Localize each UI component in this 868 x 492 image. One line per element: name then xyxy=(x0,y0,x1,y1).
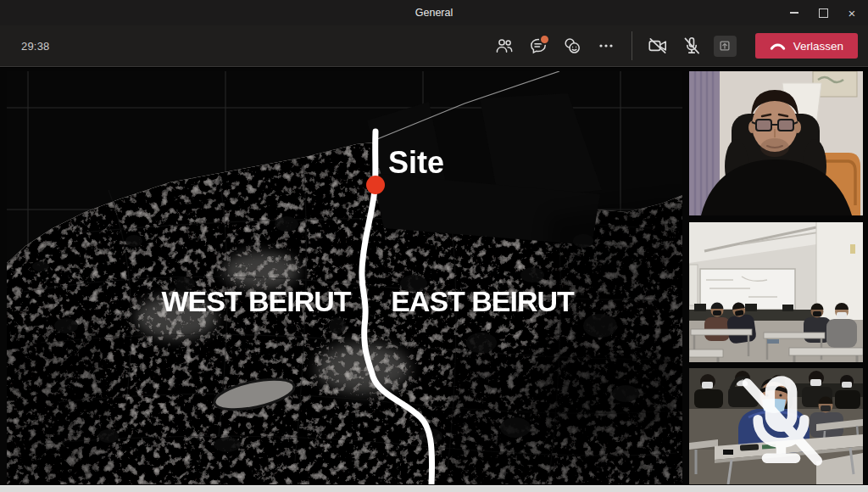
share-screen-icon xyxy=(717,38,732,53)
bottom-edge-strip xyxy=(0,485,868,492)
chat-unread-badge xyxy=(539,34,550,45)
more-options-button[interactable] xyxy=(589,29,623,63)
site-label: Site xyxy=(388,145,444,180)
toolbar-divider xyxy=(632,31,632,60)
camera-off-icon xyxy=(647,35,669,57)
speaker-video-scene xyxy=(689,71,863,215)
camera-toggle-button[interactable] xyxy=(641,29,675,63)
window-title: General xyxy=(415,7,453,19)
west-beirut-label: WEST BEIRUT xyxy=(161,285,351,317)
share-screen-button[interactable] xyxy=(714,36,737,57)
reactions-button[interactable] xyxy=(555,29,589,63)
maximize-icon xyxy=(819,8,828,18)
mic-off-icon xyxy=(681,35,703,57)
close-icon: × xyxy=(849,7,856,20)
toolbar-actions: Verlassen xyxy=(487,29,858,63)
participants-button[interactable] xyxy=(487,29,521,63)
meeting-timer: 29:38 xyxy=(21,40,50,53)
maximize-button[interactable] xyxy=(809,0,837,25)
window-titlebar: General × xyxy=(0,0,868,25)
chat-button[interactable] xyxy=(521,29,555,63)
mic-toggle-button[interactable] xyxy=(675,29,709,63)
meeting-toolbar: 29:38 xyxy=(0,25,868,67)
site-marker-dot xyxy=(366,176,385,194)
classroom-wide-video-tile[interactable] xyxy=(689,222,863,362)
leave-meeting-label: Verlassen xyxy=(793,40,843,53)
participants-icon xyxy=(494,36,515,56)
shared-screen-map: Site WEST BEIRUT EAST BEIRUT xyxy=(7,71,682,484)
hang-up-icon xyxy=(770,41,786,51)
east-beirut-label: EAST BEIRUT xyxy=(391,285,575,317)
classroom-close-video-tile[interactable] xyxy=(689,368,863,484)
reactions-icon xyxy=(562,36,582,56)
meeting-stage: Site WEST BEIRUT EAST BEIRUT xyxy=(0,68,868,485)
minimize-icon xyxy=(790,12,798,13)
close-button[interactable]: × xyxy=(837,0,866,25)
speaker-video-tile[interactable] xyxy=(689,71,863,215)
window-controls: × xyxy=(780,0,866,25)
classroom-wide-scene xyxy=(689,222,863,362)
beirut-map-graphic: Site WEST BEIRUT EAST BEIRUT xyxy=(7,71,682,484)
leave-meeting-button[interactable]: Verlassen xyxy=(755,33,858,59)
more-options-icon xyxy=(596,36,616,56)
minimize-button[interactable] xyxy=(780,0,809,25)
tile-mic-muted-icon xyxy=(694,368,863,480)
